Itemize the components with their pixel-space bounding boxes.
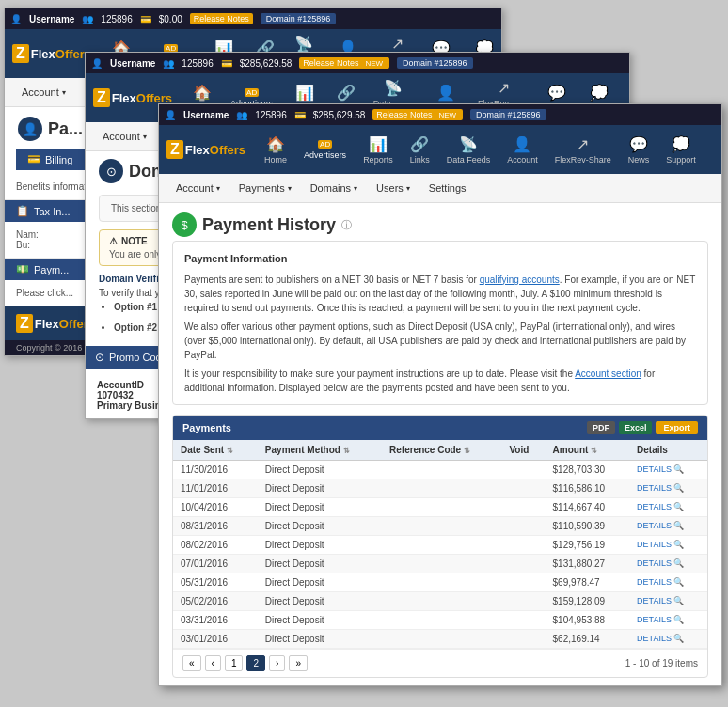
nav-links-3[interactable]: 🔗 Links bbox=[403, 132, 437, 168]
group-icon-1: 👥 bbox=[82, 14, 93, 24]
user-count-2: 125896 bbox=[182, 58, 213, 69]
domains-icon: ⊙ bbox=[99, 159, 123, 183]
cell-method: Direct Deposit bbox=[258, 516, 382, 535]
cell-ref bbox=[382, 554, 501, 573]
domain-2[interactable]: Domain #125896 bbox=[397, 57, 473, 69]
payment-icon-1: 💵 bbox=[16, 263, 29, 275]
cell-void bbox=[501, 516, 545, 535]
nav-support-3[interactable]: 💭 Support bbox=[658, 132, 704, 168]
cell-amount: $69,978.47 bbox=[546, 573, 630, 591]
payment-info-wrapper: Payment Information Payments are sent to… bbox=[159, 241, 721, 685]
cell-void bbox=[501, 554, 545, 573]
cell-ref bbox=[382, 479, 501, 497]
secnav-users-3[interactable]: Users ▾ bbox=[369, 180, 418, 196]
pdf-button[interactable]: PDF bbox=[587, 421, 615, 434]
details-button[interactable]: DETAILS 🔍 bbox=[637, 558, 700, 568]
domain-1[interactable]: Domain #125896 bbox=[261, 13, 337, 24]
col-ref: Reference Code ⇅ bbox=[382, 440, 501, 461]
cell-amount: $114,667.40 bbox=[546, 497, 630, 516]
balance-3: $285,629.58 bbox=[313, 110, 366, 120]
details-button[interactable]: DETAILS 🔍 bbox=[637, 502, 700, 511]
cell-details: DETAILS 🔍 bbox=[629, 629, 707, 648]
secnav-account-1[interactable]: Account ▾ bbox=[14, 84, 73, 101]
secnav-payments-3[interactable]: Payments ▾ bbox=[231, 180, 299, 196]
nav-news-3[interactable]: 💬 News bbox=[621, 132, 657, 168]
domain-3[interactable]: Domain #125896 bbox=[470, 109, 546, 120]
cell-void bbox=[501, 479, 545, 497]
cell-method: Direct Deposit bbox=[258, 460, 382, 479]
cell-void bbox=[501, 460, 545, 479]
balance-2: $285,629.58 bbox=[240, 58, 293, 69]
payments-table: Date Sent ⇅ Payment Method ⇅ Reference C… bbox=[173, 440, 707, 649]
details-button[interactable]: DETAILS 🔍 bbox=[637, 596, 700, 605]
pag-page-1-button[interactable]: 1 bbox=[225, 655, 244, 671]
page-title-1: Pa... bbox=[48, 119, 83, 139]
balance-1: $0.00 bbox=[159, 14, 182, 24]
details-button[interactable]: DETAILS 🔍 bbox=[637, 464, 700, 474]
pag-next-button[interactable]: › bbox=[269, 655, 285, 671]
nav-account-3[interactable]: 👤 Account bbox=[499, 132, 546, 168]
cell-amount: $128,703.30 bbox=[546, 460, 630, 479]
export-button[interactable]: Export bbox=[656, 421, 698, 434]
group-icon-3: 👥 bbox=[236, 110, 247, 120]
username-3: Username bbox=[183, 110, 229, 120]
qualifying-link[interactable]: qualifying accounts bbox=[480, 275, 560, 285]
pag-first-button[interactable]: « bbox=[182, 655, 201, 671]
release-notes-3[interactable]: Release Notes NEW bbox=[372, 109, 463, 120]
table-row: 03/31/2016 Direct Deposit $104,953.88 DE… bbox=[173, 610, 707, 629]
payment-info-text-3: It is your responsibility to make sure y… bbox=[184, 367, 696, 395]
billing-label: Billing bbox=[45, 154, 72, 165]
details-button[interactable]: DETAILS 🔍 bbox=[637, 615, 700, 624]
cell-void bbox=[501, 610, 545, 629]
release-notes-1[interactable]: Release Notes bbox=[190, 13, 253, 24]
cell-amount: $104,953.88 bbox=[546, 610, 630, 629]
nav-advertisers-3[interactable]: AD Advertisers bbox=[296, 136, 354, 164]
group-icon-2: 👥 bbox=[163, 58, 174, 69]
details-button[interactable]: DETAILS 🔍 bbox=[637, 577, 700, 587]
details-button[interactable]: DETAILS 🔍 bbox=[637, 634, 700, 643]
user-icon-3: 👤 bbox=[165, 110, 176, 120]
pagination-info: 1 - 10 of 19 items bbox=[625, 658, 698, 668]
cell-amount: $116,586.10 bbox=[546, 479, 630, 497]
export-buttons: PDF Excel Export bbox=[587, 421, 698, 434]
cell-amount: $131,880.27 bbox=[546, 554, 630, 573]
table-header-row: Date Sent ⇅ Payment Method ⇅ Reference C… bbox=[173, 440, 707, 461]
pag-last-button[interactable]: » bbox=[289, 655, 308, 671]
secnav-domains-3[interactable]: Domains ▾ bbox=[303, 180, 365, 196]
nav-reports-3[interactable]: 📊 Reports bbox=[356, 132, 401, 168]
details-button[interactable]: DETAILS 🔍 bbox=[637, 521, 700, 530]
flexrev-icon-1: ↗ bbox=[391, 35, 404, 53]
col-method: Payment Method ⇅ bbox=[258, 440, 382, 461]
table-row: 05/02/2016 Direct Deposit $159,128.09 DE… bbox=[173, 591, 707, 610]
wallet-icon-2: 💳 bbox=[221, 58, 232, 69]
cell-date: 03/31/2016 bbox=[173, 610, 258, 629]
nav-home-3[interactable]: 🏠 Home bbox=[257, 132, 294, 168]
details-button[interactable]: DETAILS 🔍 bbox=[637, 540, 700, 549]
account-section-link[interactable]: Account section bbox=[575, 369, 641, 379]
payment-info-text-2: We also offer various other payment opti… bbox=[184, 320, 696, 362]
details-button[interactable]: DETAILS 🔍 bbox=[637, 483, 700, 493]
cell-details: DETAILS 🔍 bbox=[629, 516, 707, 535]
pag-prev-button[interactable]: ‹ bbox=[205, 655, 221, 671]
bottom-logo-icon-1: Z FlexOffers bbox=[16, 314, 95, 333]
pag-page-2-button[interactable]: 2 bbox=[246, 655, 265, 671]
secnav-settings-3[interactable]: Settings bbox=[421, 180, 474, 196]
cell-method: Direct Deposit bbox=[258, 497, 382, 516]
release-label-2: Release Notes bbox=[303, 58, 358, 68]
excel-button[interactable]: Excel bbox=[619, 421, 653, 434]
release-notes-2[interactable]: Release Notes NEW bbox=[299, 57, 389, 69]
cell-method: Direct Deposit bbox=[258, 629, 382, 648]
account-page-icon-1: 👤 bbox=[18, 117, 42, 141]
cell-details: DETAILS 🔍 bbox=[629, 460, 707, 479]
payments-label: Payments bbox=[182, 422, 231, 433]
col-date: Date Sent ⇅ bbox=[173, 440, 258, 461]
secnav-account-3[interactable]: Account ▾ bbox=[168, 180, 228, 196]
nav-flexrev-3[interactable]: ↗ FlexRev-Share bbox=[547, 132, 619, 168]
logo-1: Z FlexOffers bbox=[12, 44, 91, 63]
payment-info-text-1: Payments are sent to publishers on a NET… bbox=[184, 273, 696, 315]
secnav-account-2[interactable]: Account ▾ bbox=[95, 128, 154, 145]
cell-details: DETAILS 🔍 bbox=[629, 591, 707, 610]
nav-datafeeds-3[interactable]: 📡 Data Feeds bbox=[439, 132, 499, 168]
username-2: Username bbox=[110, 58, 155, 69]
topbar-1: 👤 Username 👥 125896 💳 $0.00 Release Note… bbox=[5, 8, 501, 29]
